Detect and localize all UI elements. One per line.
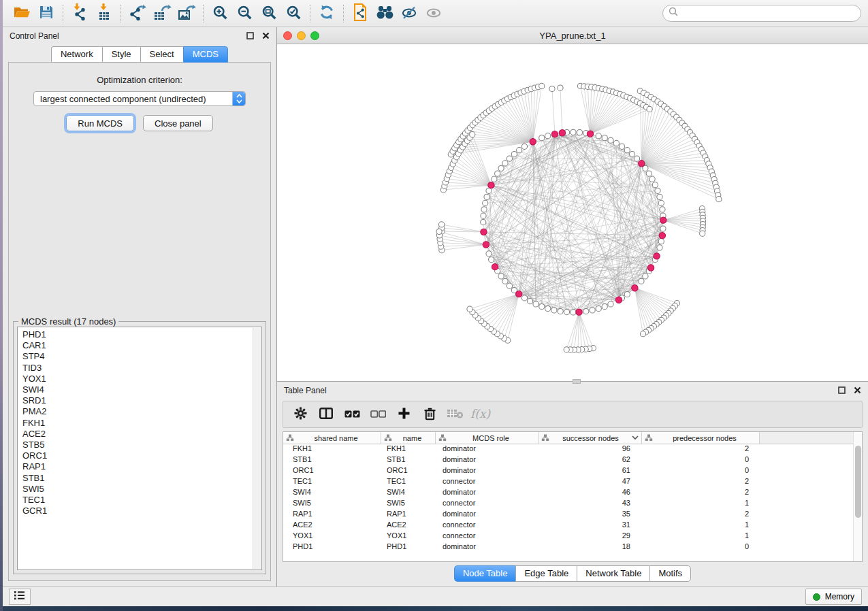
mcds-result-item[interactable]: STB1 — [22, 473, 261, 484]
mcds-result-item[interactable]: ACE2 — [22, 429, 261, 440]
tab-style[interactable]: Style — [102, 46, 140, 63]
zoom-out-button[interactable] — [232, 3, 257, 24]
float-panel-icon[interactable] — [246, 30, 254, 42]
graph-node[interactable] — [533, 301, 539, 307]
graph-hub-node[interactable] — [639, 161, 645, 167]
graph-node[interactable] — [564, 309, 569, 314]
graph-node[interactable] — [502, 161, 508, 166]
graph-node[interactable] — [590, 308, 595, 313]
mcds-result-list[interactable]: PHD1CAR1STP4TID3YOX1SWI4SRD1PMA2FKH1ACE2… — [17, 327, 262, 570]
table-scrollbar[interactable] — [853, 432, 862, 561]
graph-hub-node[interactable] — [615, 297, 622, 303]
tab-network[interactable]: Network — [51, 46, 102, 63]
zoom-selected-button[interactable] — [281, 3, 306, 24]
graph-node[interactable] — [486, 188, 492, 193]
graph-hub-node[interactable] — [515, 291, 521, 297]
graph-leaf-node[interactable] — [558, 85, 563, 90]
graph-leaf-node[interactable] — [539, 83, 545, 88]
table-row[interactable]: ACE2ACE2connector311 — [283, 521, 862, 531]
new-network-from-selection-button[interactable] — [348, 3, 372, 24]
import-table-button[interactable] — [92, 3, 116, 24]
graph-node[interactable] — [630, 151, 635, 156]
column-header-predecessor-nodes[interactable]: predecessor nodes — [642, 432, 760, 444]
graph-node[interactable] — [498, 274, 504, 279]
tab-motifs[interactable]: Motifs — [649, 565, 691, 582]
create-column-button[interactable] — [391, 403, 417, 425]
graph-node[interactable] — [652, 182, 658, 188]
graph-hub-node[interactable] — [576, 309, 582, 315]
graph-node[interactable] — [608, 301, 613, 307]
tab-edge-table[interactable]: Edge Table — [515, 565, 577, 582]
mcds-result-item[interactable]: ORC1 — [22, 450, 261, 461]
task-history-button[interactable] — [9, 589, 31, 605]
graph-node[interactable] — [596, 133, 601, 139]
graph-hub-node[interactable] — [659, 232, 665, 238]
show-column-panel-button[interactable] — [313, 403, 339, 425]
graph-node[interactable] — [545, 133, 551, 139]
graph-node[interactable] — [489, 257, 494, 262]
close-panel-icon[interactable] — [262, 30, 270, 42]
graph-node[interactable] — [655, 188, 660, 193]
graph-node[interactable] — [602, 135, 607, 141]
apply-layout-button[interactable] — [315, 3, 339, 24]
table-row[interactable]: TEC1TEC1connector472 — [283, 477, 862, 488]
table-row[interactable]: RAP1RAP1dominator352 — [283, 510, 862, 521]
mcds-result-item[interactable]: RAP1 — [22, 461, 261, 472]
graph-node[interactable] — [551, 308, 557, 313]
graph-node[interactable] — [649, 176, 655, 182]
column-header-shared-name[interactable]: shared name — [283, 432, 381, 444]
close-panel-icon[interactable] — [854, 384, 861, 397]
graph-node[interactable] — [634, 156, 639, 161]
graph-node[interactable] — [660, 207, 665, 212]
graph-node[interactable] — [495, 171, 500, 176]
table-row[interactable]: STB1STB1dominator620 — [283, 455, 862, 466]
graph-hub-node[interactable] — [483, 242, 489, 248]
graph-node[interactable] — [511, 151, 517, 156]
find-button[interactable] — [372, 3, 397, 24]
graph-node[interactable] — [577, 130, 582, 135]
mcds-result-item[interactable]: SRD1 — [22, 395, 261, 406]
graph-node[interactable] — [498, 165, 504, 171]
graph-node[interactable] — [602, 303, 607, 309]
graph-node[interactable] — [657, 194, 662, 199]
table-settings-button[interactable] — [287, 403, 313, 425]
table-row[interactable]: SWI4SWI4dominator462 — [283, 488, 862, 499]
graph-hub-node[interactable] — [481, 229, 487, 235]
unselect-all-columns-button[interactable] — [365, 403, 391, 425]
table-row[interactable]: SWI5SWI5connector431 — [283, 499, 862, 510]
close-panel-button[interactable]: Close panel — [143, 115, 213, 131]
graph-node[interactable] — [583, 308, 589, 314]
graph-leaf-node[interactable] — [438, 222, 444, 227]
delete-column-button[interactable] — [417, 403, 443, 425]
table-row[interactable]: FKH1FKH1dominator962 — [283, 444, 862, 455]
graph-node[interactable] — [658, 200, 664, 205]
graph-leaf-node[interactable] — [700, 231, 705, 236]
graph-node[interactable] — [608, 137, 613, 143]
mcds-result-item[interactable]: SWI4 — [22, 384, 261, 395]
graph-leaf-node[interactable] — [647, 106, 652, 112]
table-row[interactable]: PHD1PHD1dominator180 — [283, 542, 862, 553]
tab-select[interactable]: Select — [140, 46, 183, 63]
table-scrollbar-thumb[interactable] — [855, 446, 861, 518]
mcds-result-item[interactable]: STP4 — [22, 351, 261, 362]
graph-node[interactable] — [624, 148, 630, 153]
graph-hub-node[interactable] — [587, 131, 593, 137]
column-header-name[interactable]: name — [381, 432, 436, 444]
mcds-result-item[interactable]: FKH1 — [22, 418, 261, 429]
memory-button[interactable]: Memory — [805, 589, 862, 605]
graph-node[interactable] — [613, 140, 619, 146]
graph-hub-node[interactable] — [660, 217, 666, 223]
search-input[interactable] — [662, 5, 861, 22]
graph-node[interactable] — [596, 306, 601, 311]
graph-node[interactable] — [639, 278, 644, 284]
mcds-result-item[interactable]: SWI5 — [22, 484, 261, 495]
mcds-result-item[interactable]: YOX1 — [22, 374, 261, 384]
network-canvas[interactable] — [277, 44, 868, 384]
graph-hub-node[interactable] — [551, 131, 558, 137]
graph-hub-node[interactable] — [488, 182, 494, 188]
graph-hub-node[interactable] — [632, 284, 638, 291]
tab-node-table[interactable]: Node Table — [454, 565, 516, 582]
graph-leaf-node[interactable] — [467, 306, 472, 312]
table-row[interactable]: ORC1ORC1dominator610 — [283, 466, 862, 477]
mcds-result-item[interactable]: CAR1 — [22, 340, 261, 351]
